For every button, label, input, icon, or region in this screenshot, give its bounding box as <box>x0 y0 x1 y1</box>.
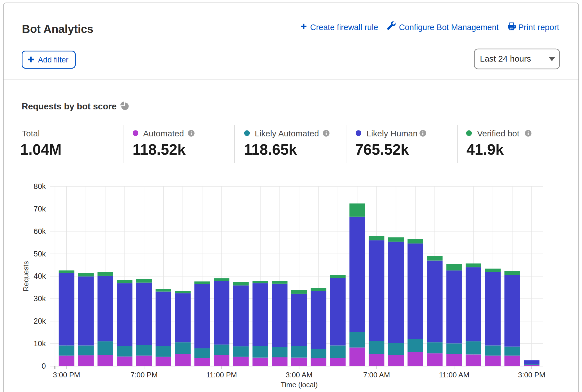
svg-text:Bot Analytics: Bot Analytics <box>22 23 93 35</box>
svg-text:7:00 AM: 7:00 AM <box>363 371 390 379</box>
svg-text:Likely Automated: Likely Automated <box>255 129 319 138</box>
svg-text:Likely Human: Likely Human <box>367 129 418 138</box>
svg-text:20k: 20k <box>33 317 46 325</box>
svg-text:Time (local): Time (local) <box>281 381 318 389</box>
svg-text:Requests by bot score: Requests by bot score <box>22 101 117 111</box>
svg-text:60k: 60k <box>33 227 46 236</box>
svg-text:30k: 30k <box>33 294 46 303</box>
svg-text:Last 24 hours: Last 24 hours <box>480 54 531 63</box>
svg-text:41.9k: 41.9k <box>466 141 504 158</box>
svg-text:3:00 PM: 3:00 PM <box>518 371 545 379</box>
svg-text:Verified bot: Verified bot <box>477 129 520 138</box>
svg-text:50k: 50k <box>33 250 46 258</box>
svg-text:Automated: Automated <box>143 129 184 138</box>
svg-text:765.52k: 765.52k <box>355 141 409 158</box>
svg-text:Print report: Print report <box>518 22 559 32</box>
svg-text:118.65k: 118.65k <box>244 141 297 158</box>
svg-text:1.04M: 1.04M <box>20 141 62 158</box>
svg-text:Requests: Requests <box>22 261 30 291</box>
svg-text:Add filter: Add filter <box>38 55 69 64</box>
svg-text:11:00 PM: 11:00 PM <box>206 371 237 379</box>
svg-text:Create firewall rule: Create firewall rule <box>310 23 378 32</box>
svg-text:11:00 AM: 11:00 AM <box>439 371 469 379</box>
svg-text:40k: 40k <box>33 272 46 280</box>
svg-text:10k: 10k <box>33 339 46 348</box>
svg-text:70k: 70k <box>33 205 46 213</box>
svg-text:3:00 AM: 3:00 AM <box>286 371 312 379</box>
svg-text:80k: 80k <box>33 182 46 191</box>
svg-text:118.52k: 118.52k <box>133 141 186 158</box>
svg-text:Total: Total <box>22 129 40 138</box>
svg-text:Configure Bot Management: Configure Bot Management <box>399 23 499 32</box>
svg-text:3:00 PM: 3:00 PM <box>53 371 80 379</box>
svg-text:7:00 PM: 7:00 PM <box>130 371 158 379</box>
svg-text:0: 0 <box>42 362 46 370</box>
